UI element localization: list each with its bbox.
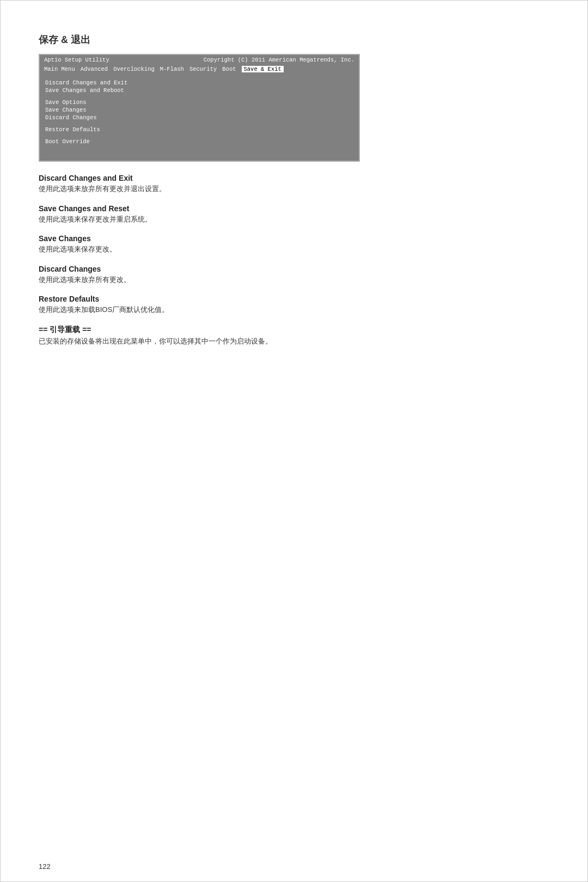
bios-header-left: Aptio Setup Utility	[44, 57, 109, 63]
page-container: 保存 & 退出 Aptio Setup Utility Copyright (C…	[0, 0, 588, 882]
bios-body: Discard Changes and Exit Save Changes an…	[40, 74, 359, 161]
bios-left-panel: Discard Changes and Exit Save Changes an…	[40, 74, 250, 161]
bios-item-save-changes[interactable]: Save Changes	[45, 106, 244, 114]
title-restore-defaults: Restore Defaults	[39, 295, 549, 303]
section-save-and-reset: Save Changes and Reset 使用此选项来保存更改并重启系统。	[39, 204, 549, 225]
bios-nav-boot[interactable]: Boot	[222, 66, 236, 72]
section-restore-defaults: Restore Defaults 使用此选项来加载BIOS厂商默认优化值。	[39, 295, 549, 315]
bios-item-restore-defaults[interactable]: Restore Defaults	[45, 126, 244, 133]
bios-nav-overclocking[interactable]: Overclocking	[113, 66, 155, 72]
title-save-and-reset: Save Changes and Reset	[39, 204, 549, 213]
title-discard-and-exit: Discard Changes and Exit	[39, 174, 549, 182]
bios-nav-mflash[interactable]: M-Flash	[160, 66, 184, 72]
page-number: 122	[39, 862, 51, 871]
section-discard-changes: Discard Changes 使用此选项来放弃所有更改。	[39, 265, 549, 285]
desc-save-and-reset: 使用此选项来保存更改并重启系统。	[39, 214, 549, 225]
title-discard-changes: Discard Changes	[39, 265, 549, 273]
bios-separator-1	[45, 94, 244, 99]
bios-separator-3	[45, 133, 244, 138]
section-save-changes: Save Changes 使用此选项来保存更改。	[39, 234, 549, 255]
bios-nav-bar: Main Menu Advanced Overclocking M-Flash …	[40, 65, 359, 74]
bios-nav-main[interactable]: Main Menu	[44, 66, 75, 72]
bios-separator-2	[45, 121, 244, 126]
bios-header-bar: Aptio Setup Utility Copyright (C) 2011 A…	[40, 55, 359, 65]
section-boot-override: == 引导重载 == 已安装的存储设备将出现在此菜单中，你可以选择其中一个作为启…	[39, 325, 549, 347]
bios-item-discard-exit[interactable]: Discard Changes and Exit	[45, 79, 244, 87]
title-save-changes: Save Changes	[39, 234, 549, 243]
bios-right-panel	[250, 74, 359, 161]
desc-restore-defaults: 使用此选项来加载BIOS厂商默认优化值。	[39, 304, 549, 315]
bios-nav-advanced[interactable]: Advanced	[81, 66, 108, 72]
desc-boot-override: 已安装的存储设备将出现在此菜单中，你可以选择其中一个作为启动设备。	[39, 336, 549, 347]
section-title: 保存 & 退出	[39, 33, 549, 46]
bios-item-save-reboot[interactable]: Save Changes and Reboot	[45, 87, 244, 94]
bios-screenshot: Aptio Setup Utility Copyright (C) 2011 A…	[39, 54, 360, 162]
title-boot-override: == 引导重载 ==	[39, 325, 549, 335]
bios-item-boot-override[interactable]: Boot Override	[45, 138, 244, 145]
desc-save-changes: 使用此选项来保存更改。	[39, 244, 549, 255]
bios-item-save-options[interactable]: Save Options	[45, 99, 244, 106]
bios-nav-save-exit[interactable]: Save & Exit	[242, 66, 284, 72]
bios-nav-security[interactable]: Security	[189, 66, 217, 72]
desc-discard-and-exit: 使用此选项来放弃所有更改并退出设置。	[39, 183, 549, 194]
desc-discard-changes: 使用此选项来放弃所有更改。	[39, 274, 549, 285]
bios-header-right: Copyright (C) 2011 American Megatrends, …	[204, 57, 354, 63]
section-discard-and-exit: Discard Changes and Exit 使用此选项来放弃所有更改并退出…	[39, 174, 549, 194]
bios-item-discard-changes[interactable]: Discard Changes	[45, 114, 244, 121]
